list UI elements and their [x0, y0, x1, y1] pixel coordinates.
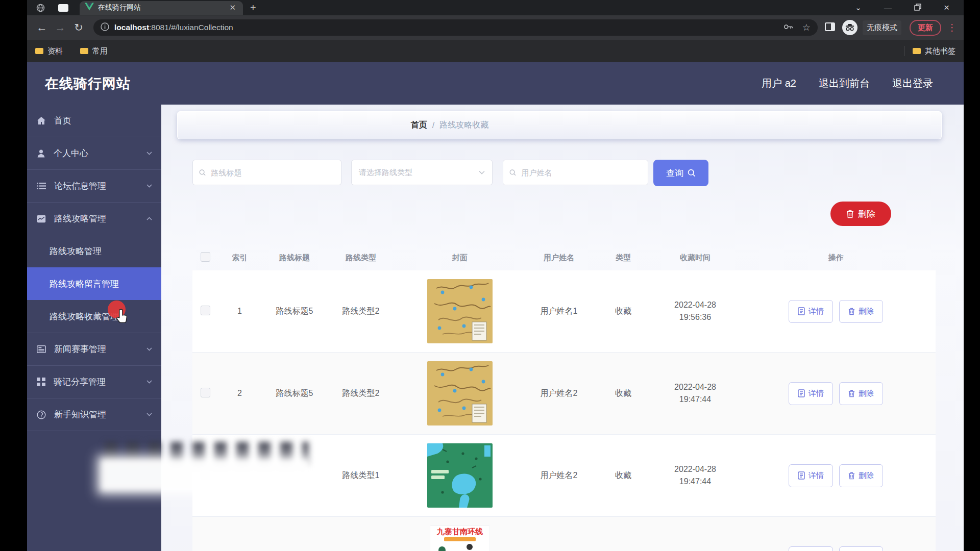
cell-kind: 收藏 [592, 306, 654, 317]
cover-image[interactable] [394, 361, 526, 425]
bookmark-star-icon[interactable]: ☆ [802, 22, 811, 33]
sidebar-item-home[interactable]: 首页 [27, 105, 161, 137]
user-name-field[interactable] [503, 160, 648, 185]
sidebar-item-beginner-knowledge[interactable]: 新手知识管理 [27, 398, 161, 431]
app-header: 在线骑行网站 用户 a2 退出到前台 退出登录 [27, 62, 964, 105]
row-checkbox[interactable] [201, 388, 210, 397]
minimize-icon[interactable]: — [884, 4, 892, 12]
tab-close-icon[interactable]: ✕ [227, 3, 238, 12]
restore-icon[interactable] [914, 4, 921, 12]
mouse-cursor [108, 300, 138, 331]
row-delete-button[interactable]: 删除 [839, 382, 883, 405]
cell-type: 路线类型2 [328, 306, 394, 317]
sidebar-item-riding-share[interactable]: 骑记分享管理 [27, 366, 161, 398]
route-title-input[interactable] [210, 168, 335, 178]
bookmark-folder[interactable]: 常用 [80, 46, 108, 56]
cell-time: 2022-04-2819:47:44 [654, 381, 736, 406]
url-text: localhost:8081/#/luxianCollection [114, 23, 783, 32]
cell-title: 路线标题5 [261, 388, 328, 399]
password-key-icon[interactable] [783, 23, 793, 32]
site-info-icon[interactable] [101, 22, 109, 33]
sidebar-item-personal-center[interactable]: 个人中心 [27, 137, 161, 169]
detail-button[interactable]: 详情 [789, 300, 833, 323]
route-type-select[interactable]: 请选择路线类型 [351, 160, 493, 185]
trash-icon [848, 472, 855, 480]
table-row: 2 路线标题5 路线类型2 用户姓名2 收藏 2022-04-2819:47:4… [192, 353, 936, 435]
sidebar-item-news-events[interactable]: 新闻赛事管理 [27, 333, 161, 365]
select-all-checkbox[interactable] [201, 252, 210, 262]
cell-kind: 收藏 [592, 470, 654, 481]
cell-user: 用户姓名1 [526, 306, 592, 317]
reload-icon[interactable]: ↻ [71, 21, 86, 34]
breadcrumb-home[interactable]: 首页 [411, 120, 427, 131]
cover-image[interactable] [394, 279, 526, 343]
detail-button[interactable]: 详情 [789, 464, 833, 487]
query-button[interactable]: 查询 [653, 160, 708, 186]
detail-button[interactable]: 详情 [789, 546, 833, 551]
web-page: 在线骑行网站 用户 a2 退出到前台 退出登录 首页 个人中心 [27, 62, 964, 551]
col-kind: 类型 [592, 253, 654, 263]
detail-button[interactable]: 详情 [789, 382, 833, 405]
sidebar-item-forum-info[interactable]: 论坛信息管理 [27, 170, 161, 202]
cell-type: 路线类型1 [328, 470, 394, 481]
document-icon [798, 389, 805, 397]
exit-to-front-link[interactable]: 退出到前台 [819, 77, 870, 90]
chevron-down-icon [146, 380, 152, 384]
filter-bar: 请选择路线类型 查询 [161, 160, 964, 187]
row-delete-button[interactable]: 删除 [839, 464, 883, 487]
col-type: 路线类型 [328, 253, 394, 263]
other-bookmarks[interactable]: 其他书签 [913, 46, 955, 56]
row-delete-button[interactable]: 删除 [839, 546, 883, 551]
chevron-down-icon [146, 413, 152, 416]
app-brand: 在线骑行网站 [45, 74, 131, 93]
incognito-label: 无痕模式 [863, 20, 901, 35]
row-delete-button[interactable]: 删除 [839, 300, 883, 323]
vue-favicon [85, 3, 94, 13]
chevron-down-icon [146, 152, 152, 155]
close-window-icon[interactable]: × [944, 2, 949, 13]
bulk-delete-button[interactable]: 删除 [830, 202, 891, 226]
route-title-field[interactable] [192, 160, 341, 185]
incognito-icon[interactable] [842, 20, 857, 35]
trash-icon [848, 308, 855, 315]
forward-icon[interactable]: → [53, 21, 68, 34]
sidebar-subitem-route-guide-manage[interactable]: 路线攻略管理 [27, 235, 161, 267]
breadcrumb-separator: / [432, 121, 434, 130]
browser-menu-icon[interactable]: ⋮ [947, 22, 957, 33]
address-bar[interactable]: localhost:8081/#/luxianCollection ☆ [93, 19, 818, 36]
back-icon[interactable]: ← [34, 21, 50, 34]
chevron-down-icon [479, 170, 485, 174]
cell-time: 2022-04-2819:56:36 [654, 299, 736, 323]
new-tab-icon[interactable]: + [250, 2, 256, 14]
cell-title: 路线标题5 [261, 306, 328, 317]
news-icon [37, 345, 46, 353]
row-checkbox[interactable] [201, 306, 210, 315]
bookmark-folder[interactable]: 资料 [35, 46, 63, 56]
sidebar-item-route-guide[interactable]: 路线攻略管理 [27, 203, 161, 235]
user-name-input[interactable] [521, 168, 642, 178]
browser-tab[interactable]: 在线骑行网站 ✕ [80, 1, 243, 15]
chart-icon [37, 215, 46, 223]
user-icon [37, 149, 45, 158]
update-button[interactable]: 更新 [910, 20, 941, 36]
blurred-watermark-box [101, 459, 309, 491]
screen: 在线骑行网站 ✕ + ⌄ — × ← → ↻ localhost:8081/#/… [0, 0, 980, 551]
cell-kind: 收藏 [592, 388, 654, 399]
window-menu-icon[interactable]: ⌄ [855, 3, 862, 12]
cover-image[interactable] [394, 443, 526, 508]
sidebar-subitem-route-guide-collection[interactable]: 路线攻略收藏管理 [27, 300, 161, 333]
divider [904, 46, 904, 56]
logout-link[interactable]: 退出登录 [892, 77, 933, 90]
current-user[interactable]: 用户 a2 [762, 77, 796, 90]
cover-image[interactable]: 九寨甘南环线 [394, 525, 526, 551]
sidebar-subitem-route-guide-message[interactable]: 路线攻略留言管理 [27, 267, 161, 300]
hand-cursor-icon [116, 309, 129, 324]
pinned-app-icon[interactable] [58, 4, 68, 12]
col-cover: 封面 [394, 253, 526, 263]
home-icon [37, 116, 46, 125]
side-panel-icon[interactable] [825, 22, 835, 33]
search-icon [199, 169, 206, 177]
col-index: 索引 [218, 253, 261, 263]
chevron-down-icon [146, 347, 152, 351]
cell-user: 用户姓名2 [526, 470, 592, 481]
